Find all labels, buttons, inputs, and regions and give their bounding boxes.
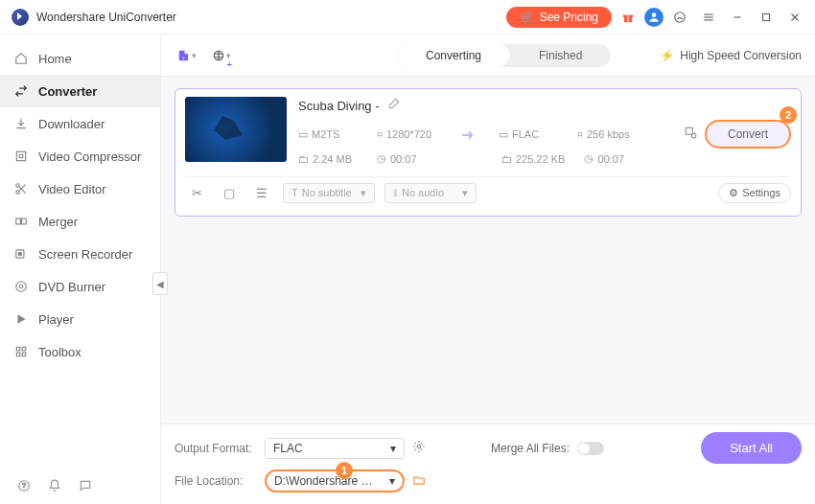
resolution-icon: ⌗	[377, 128, 383, 141]
file-location-select[interactable]: D:\Wondershare UniConverter 1 ▾ 1	[265, 470, 405, 493]
close-icon[interactable]	[782, 5, 807, 30]
convert-button[interactable]: Convert	[705, 120, 791, 149]
maximize-icon[interactable]	[754, 5, 779, 30]
start-all-button[interactable]: Start All	[701, 432, 802, 464]
cart-icon: 🛒	[520, 11, 534, 24]
sidebar-item-recorder[interactable]: Screen Recorder	[0, 238, 160, 270]
dst-bitrate: 256 kbps	[587, 128, 630, 140]
callout-badge-2: 2	[780, 106, 797, 124]
dst-codec: FLAC	[512, 128, 539, 140]
crop-icon[interactable]: ▢	[218, 181, 241, 204]
svg-rect-27	[686, 127, 692, 134]
svg-point-19	[16, 282, 27, 292]
footer-bar: Output Format: FLAC ▾ Merge All Files: S…	[161, 424, 815, 504]
app-logo-icon	[12, 9, 29, 26]
grid-icon	[13, 344, 29, 359]
edit-name-icon[interactable]	[387, 97, 401, 114]
see-pricing-button[interactable]: 🛒 See Pricing	[506, 7, 612, 28]
output-format-select[interactable]: FLAC ▾	[265, 438, 405, 459]
sidebar-item-player[interactable]: Player	[0, 303, 160, 335]
sidebar: Home Converter Downloader Video Compress…	[0, 34, 161, 504]
clock-icon: ◷	[584, 152, 594, 165]
record-icon	[13, 246, 29, 262]
sidebar-item-dvd[interactable]: DVD Burner	[0, 270, 160, 303]
tab-converting[interactable]: Converting	[397, 44, 510, 67]
src-duration: 00:07	[390, 153, 417, 165]
trim-icon[interactable]: ✂	[185, 181, 208, 204]
sidebar-item-toolbox[interactable]: Toolbox	[0, 335, 160, 368]
sidebar-item-label: Player	[38, 312, 74, 327]
bell-icon[interactable]	[46, 477, 63, 494]
pricing-label: See Pricing	[540, 11, 598, 24]
chevron-down-icon: ▾	[361, 187, 366, 199]
high-speed-toggle[interactable]: ⚡ High Speed Conversion	[660, 49, 802, 62]
sidebar-item-label: Screen Recorder	[38, 247, 132, 262]
add-url-button[interactable]: + ▾	[209, 43, 234, 68]
sidebar-item-compressor[interactable]: Video Compressor	[0, 140, 160, 172]
svg-rect-2	[627, 14, 628, 22]
svg-rect-24	[22, 353, 26, 356]
sidebar-item-label: DVD Burner	[38, 280, 105, 294]
svg-rect-12	[16, 151, 25, 160]
sidebar-item-label: Toolbox	[38, 345, 82, 359]
collapse-sidebar-button[interactable]: ◀	[152, 272, 168, 295]
play-icon	[13, 311, 29, 327]
subtitle-select[interactable]: TNo subtitle ▾	[283, 183, 375, 203]
file-name: Scuba Diving -	[298, 99, 380, 113]
waveform-icon: ⫴	[393, 187, 398, 199]
feedback-icon[interactable]	[77, 477, 94, 494]
sidebar-item-editor[interactable]: Video Editor	[0, 172, 160, 205]
titlebar: Wondershare UniConverter 🛒 See Pricing	[0, 0, 815, 34]
sidebar-item-home[interactable]: Home	[0, 42, 160, 75]
download-icon	[13, 116, 29, 131]
sidebar-item-converter[interactable]: Converter	[0, 75, 160, 107]
add-file-button[interactable]: + ▾	[175, 43, 199, 68]
sidebar-item-label: Downloader	[38, 117, 105, 131]
chevron-down-icon: ▾	[390, 442, 396, 455]
video-thumbnail[interactable]	[185, 97, 287, 162]
bitrate-icon: ⌗	[577, 128, 583, 141]
merge-toggle[interactable]	[577, 442, 604, 455]
converter-icon	[13, 83, 29, 99]
top-toolbar: + ▾ + ▾ Converting Finished ⚡ High Speed…	[161, 34, 815, 77]
help-icon[interactable]: ?	[15, 477, 33, 494]
svg-point-18	[18, 252, 22, 256]
svg-rect-22	[22, 347, 26, 351]
main-area: + ▾ + ▾ Converting Finished ⚡ High Speed…	[161, 34, 815, 504]
home-icon	[13, 51, 29, 66]
more-icon[interactable]: ☰	[250, 181, 273, 204]
folder-icon: 🗀	[501, 153, 512, 165]
callout-badge-1: 1	[336, 462, 353, 479]
clock-icon: ◷	[377, 152, 386, 165]
hsc-label: High Speed Conversion	[680, 49, 802, 62]
menu-icon[interactable]	[696, 5, 721, 30]
svg-point-14	[16, 191, 20, 195]
minimize-icon[interactable]	[725, 5, 750, 30]
sidebar-item-downloader[interactable]: Downloader	[0, 107, 160, 140]
svg-point-29	[417, 445, 421, 448]
support-icon[interactable]	[667, 5, 692, 30]
file-location-label: File Location:	[175, 474, 257, 488]
video-icon: ▭	[298, 128, 308, 141]
audio-track-select[interactable]: ⫴No audio ▾	[384, 183, 477, 203]
tab-finished[interactable]: Finished	[510, 44, 611, 67]
scissors-icon	[13, 181, 29, 196]
output-format-label: Output Format:	[175, 442, 257, 455]
sidebar-item-merger[interactable]: Merger	[0, 205, 160, 238]
output-settings-icon[interactable]	[684, 126, 697, 143]
open-folder-icon[interactable]	[412, 473, 426, 490]
svg-point-3	[652, 12, 657, 17]
gift-icon[interactable]	[616, 5, 640, 30]
dst-size: 225.22 KB	[516, 153, 565, 165]
folder-icon: 🗀	[298, 153, 309, 165]
bolt-icon: ⚡	[660, 49, 674, 62]
format-settings-icon[interactable]	[412, 440, 426, 456]
file-settings-button[interactable]: ⚙ Settings	[718, 183, 791, 203]
sidebar-item-label: Video Compressor	[38, 149, 141, 164]
user-avatar-icon[interactable]	[644, 8, 664, 27]
sidebar-item-label: Merger	[38, 215, 78, 229]
merge-icon	[13, 214, 29, 229]
src-size: 2.24 MB	[313, 153, 352, 165]
svg-rect-21	[16, 347, 20, 351]
merge-label: Merge All Files:	[491, 442, 570, 455]
